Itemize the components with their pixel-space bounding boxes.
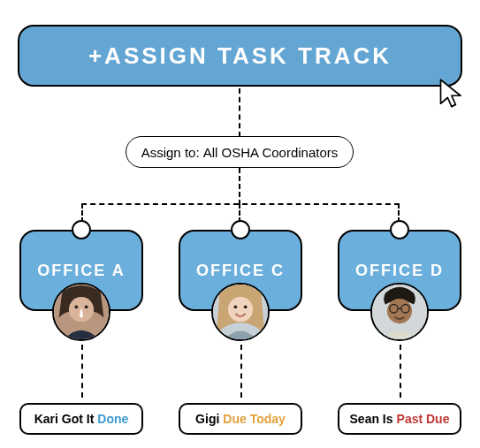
status-text-a: Kari Got It <box>34 412 95 426</box>
avatar-sean <box>370 283 429 341</box>
assign-to-label: Assign to: <box>141 145 200 160</box>
assign-to-target: All OSHA Coordinators <box>203 145 339 160</box>
status-text-c: Gigi <box>195 412 219 426</box>
connector-line <box>239 88 240 137</box>
assign-button-label: +ASSIGN TASK TRACK <box>88 42 392 70</box>
office-name-a: OFFICE A <box>37 262 125 280</box>
avatar-gigi <box>211 283 270 341</box>
status-suffix-a: Done <box>97 412 128 426</box>
status-pill-a: Kari Got It Done <box>19 403 143 435</box>
svg-point-2 <box>74 305 78 308</box>
svg-point-5 <box>228 297 253 322</box>
office-tab-dot <box>390 220 409 239</box>
office-name-d: OFFICE D <box>355 262 444 280</box>
status-pill-d: Sean Is Past Due <box>338 403 461 435</box>
status-text-d: Sean Is <box>350 412 393 426</box>
svg-point-6 <box>233 305 237 308</box>
avatar-kari <box>52 283 110 341</box>
office-name-c: OFFICE C <box>196 262 285 280</box>
connector-line <box>240 345 242 398</box>
connector-line <box>81 203 400 205</box>
svg-point-3 <box>85 305 88 308</box>
connector-line <box>239 168 240 205</box>
office-tab-dot <box>72 220 91 239</box>
office-tab-dot <box>231 220 250 239</box>
svg-point-7 <box>244 305 248 308</box>
assign-task-track-button[interactable]: +ASSIGN TASK TRACK <box>18 25 462 87</box>
assign-to-pill: Assign to: All OSHA Coordinators <box>126 136 354 168</box>
status-pill-c: Gigi Due Today <box>179 403 302 435</box>
status-suffix-d: Past Due <box>397 412 450 426</box>
status-suffix-c: Due Today <box>223 412 286 426</box>
connector-line <box>400 345 401 398</box>
connector-line <box>81 345 83 398</box>
